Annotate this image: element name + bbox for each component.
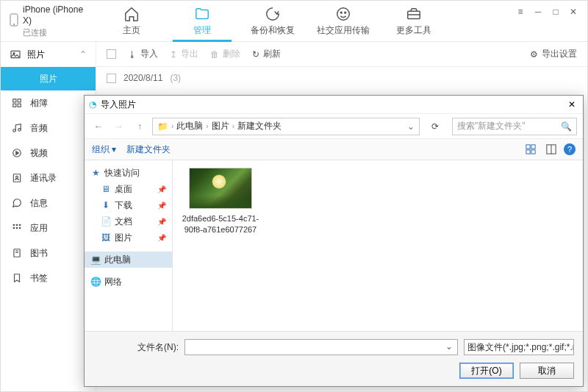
pc-icon: 💻: [90, 254, 101, 265]
address-dropdown-icon[interactable]: ⌄: [407, 121, 415, 132]
image-icon: [10, 49, 21, 60]
tree-documents[interactable]: 📄文档📌: [85, 213, 172, 229]
pictures-icon: 🖼: [101, 232, 111, 243]
new-folder-button[interactable]: 新建文件夹: [126, 143, 171, 156]
sidebar-contacts[interactable]: 通讯录: [1, 165, 96, 190]
refresh-button[interactable]: ↻刷新: [252, 48, 281, 60]
import-button[interactable]: ⭳导入: [128, 48, 158, 60]
sidebar-messages[interactable]: 信息: [1, 190, 96, 215]
svg-point-2: [337, 7, 350, 20]
maximize-icon[interactable]: □: [551, 7, 561, 17]
svg-rect-19: [19, 224, 21, 226]
category-photos[interactable]: 照片 ⌃: [1, 42, 96, 67]
date-group[interactable]: 2020/8/11 (3): [96, 67, 587, 89]
svg-point-16: [16, 176, 18, 178]
select-all-checkbox[interactable]: [107, 49, 116, 59]
menu-icon[interactable]: ≡: [515, 7, 526, 17]
svg-rect-11: [18, 104, 21, 107]
svg-rect-17: [13, 224, 15, 226]
tab-photos[interactable]: 照片: [1, 67, 96, 90]
file-item[interactable]: 2dfa6ed6-5c15-4c71-90f8-a761e6077267: [180, 168, 261, 235]
document-icon: 📄: [101, 216, 111, 227]
svg-rect-22: [19, 227, 21, 229]
pin-icon: 📌: [157, 218, 166, 226]
nav-up-icon[interactable]: ↑: [132, 118, 148, 135]
device-info: iPhone (iPhone X) 已连接: [1, 1, 96, 41]
sidebar-apps[interactable]: 应用: [1, 215, 96, 240]
home-icon: [123, 6, 140, 22]
sidebar-music[interactable]: 音频: [1, 115, 96, 140]
svg-rect-29: [531, 150, 535, 154]
delete-button[interactable]: 🗑删除: [210, 48, 240, 60]
svg-rect-9: [18, 99, 21, 102]
tree-downloads[interactable]: ⬇下载📌: [85, 197, 172, 213]
device-name: iPhone (iPhone X): [23, 4, 87, 27]
download-icon: ⬇: [101, 200, 111, 210]
bookmark-icon: [11, 272, 23, 284]
social-icon: [335, 6, 351, 22]
filename-input[interactable]: [184, 339, 458, 355]
address-refresh-icon[interactable]: ⟳: [427, 118, 443, 135]
sidebar-bookmarks[interactable]: 书签: [1, 266, 96, 291]
sidebar-albums[interactable]: 相簿: [1, 90, 96, 115]
svg-point-12: [13, 129, 16, 132]
svg-point-4: [345, 12, 346, 13]
svg-rect-27: [531, 145, 535, 149]
svg-rect-21: [16, 227, 18, 229]
nav-forward-icon[interactable]: →: [111, 118, 127, 135]
date-checkbox[interactable]: [107, 74, 116, 83]
tree-quick-access[interactable]: ★快速访问: [85, 165, 172, 181]
address-bar[interactable]: 📁 › 此电脑 › 图片 › 新建文件夹 ⌄: [152, 118, 420, 135]
apps-icon: [11, 222, 23, 234]
view-thumbnails-icon[interactable]: [523, 141, 539, 157]
tree-pictures[interactable]: 🖼图片📌: [85, 229, 172, 246]
open-button[interactable]: 打开(O): [459, 363, 514, 379]
app-icon: ◔: [89, 99, 96, 110]
view-details-icon[interactable]: [543, 141, 559, 157]
help-icon[interactable]: ?: [564, 143, 576, 155]
nav-home[interactable]: 主页: [96, 1, 167, 41]
export-settings-button[interactable]: ⚙导出设置: [530, 48, 577, 60]
backup-icon: [265, 6, 281, 22]
file-thumbnail: [189, 168, 252, 209]
chevron-up-icon: ⌃: [79, 49, 87, 60]
video-icon: [11, 147, 23, 159]
tree-this-pc[interactable]: 💻此电脑: [85, 252, 172, 268]
sidebar-books[interactable]: 图书: [1, 240, 96, 266]
tree-desktop[interactable]: 🖥桌面📌: [85, 181, 172, 197]
organize-menu[interactable]: 组织 ▾: [92, 143, 116, 156]
device-status: 已连接: [23, 27, 87, 38]
folder-icon: [194, 6, 210, 22]
svg-rect-20: [13, 227, 15, 229]
export-button[interactable]: ↥导出: [170, 48, 198, 60]
pin-icon: 📌: [157, 234, 166, 242]
network-icon: 🌐: [90, 277, 101, 287]
file-name: 2dfa6ed6-5c15-4c71-90f8-a761e6077267: [180, 213, 261, 235]
svg-rect-18: [16, 224, 18, 226]
dialog-close-icon[interactable]: ✕: [565, 99, 578, 110]
svg-point-1: [13, 24, 15, 25]
import-icon: ⭳: [128, 49, 137, 60]
sidebar-video[interactable]: 视频: [1, 140, 96, 165]
nav-more[interactable]: 更多工具: [379, 1, 449, 41]
svg-rect-28: [526, 150, 530, 154]
import-dialog: ◔ 导入照片 ✕ ← → ↑ 📁 › 此电脑 › 图片 › 新建文件夹 ⌄ ⟳ …: [84, 95, 584, 387]
desktop-icon: 🖥: [101, 184, 111, 194]
tree-network[interactable]: 🌐网络: [85, 274, 172, 290]
contacts-icon: [11, 172, 23, 184]
dialog-title: 导入照片: [101, 99, 136, 111]
gear-icon: ⚙: [530, 49, 538, 60]
minimize-icon[interactable]: ─: [533, 7, 543, 17]
refresh-icon: ↻: [252, 49, 259, 60]
search-input[interactable]: 搜索"新建文件夹" 🔍: [452, 118, 577, 135]
cancel-button[interactable]: 取消: [520, 363, 574, 379]
nav-social[interactable]: 社交应用传输: [308, 1, 379, 41]
folder-tree: ★快速访问 🖥桌面📌 ⬇下载📌 📄文档📌 🖼图片📌 💻此电脑 🌐网络: [85, 160, 173, 331]
close-icon[interactable]: ✕: [568, 7, 578, 17]
trash-icon: 🗑: [210, 49, 219, 60]
export-icon: ↥: [170, 49, 177, 60]
nav-back-icon[interactable]: ←: [90, 118, 107, 135]
nav-backup[interactable]: 备份和恢复: [237, 1, 308, 41]
nav-manage[interactable]: 管理: [167, 1, 237, 41]
filetype-filter[interactable]: 图像文件(*.jpg;*.png;*.gif;*.mov: [464, 339, 574, 355]
